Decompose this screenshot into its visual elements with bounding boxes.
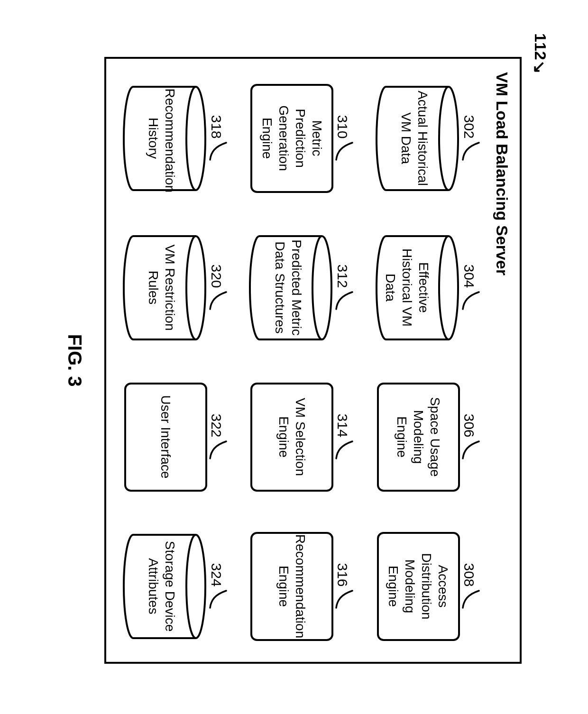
ref-number: 318: [208, 115, 224, 138]
canvas: 112↘ VM Load Balancing Server 302: [0, 0, 588, 714]
engine-shape: Space Usage Modeling Engine: [377, 383, 460, 492]
arrow-icon: ↘: [531, 60, 549, 73]
svg-point-4: [186, 236, 205, 339]
ref-row: 306: [461, 413, 482, 460]
leader-line-icon: [461, 141, 481, 162]
diagram: 112↘ VM Load Balancing Server 302: [43, 33, 545, 687]
ref-number: 306: [461, 413, 477, 437]
svg-point-5: [186, 535, 205, 638]
server-box: VM Load Balancing Server 302: [104, 57, 522, 664]
component-label: User Interface: [157, 395, 174, 479]
component-label: Access Distribution Modeling Engine: [386, 538, 452, 635]
ref-number: 316: [334, 563, 350, 586]
ref-number: 304: [461, 264, 477, 288]
ref-row: 314: [334, 413, 355, 460]
svg-point-2: [312, 236, 331, 339]
component-label: Predicted Metric Data Structures: [272, 233, 305, 342]
component-312: 312 Predicted Metric Data Structures: [243, 227, 356, 348]
ref-number: 312: [334, 264, 350, 288]
component-304: 304 Effective Historical VM Data: [369, 227, 482, 348]
component-label: Space Usage Modeling Engine: [394, 388, 443, 486]
component-306: 306 Space Usage Modeling Engine: [369, 376, 482, 497]
component-322: 322 User Interface: [117, 376, 229, 497]
component-label: Metric Prediction Generation Engine: [259, 90, 325, 187]
component-label: VM Restriction Rules: [145, 233, 178, 342]
datastore-shape: VM Restriction Rules: [122, 233, 207, 342]
leader-line-icon: [208, 290, 228, 311]
leader-line-icon: [334, 141, 354, 162]
component-324: 324 Storage Device Attributes: [117, 526, 229, 647]
engine-shape: VM Selection Engine: [250, 383, 333, 492]
component-310: 310 Metric Prediction Generation Engine: [243, 78, 356, 199]
component-302: 302 Actual Historical VM Data: [369, 78, 482, 199]
outer-reference-label: 112↘: [531, 33, 550, 73]
svg-point-3: [186, 87, 205, 190]
ref-row: 316: [334, 563, 355, 609]
leader-line-icon: [334, 290, 354, 311]
outer-reference-number: 112: [532, 33, 550, 60]
ref-number: 302: [461, 115, 477, 138]
ref-row: 322: [208, 413, 229, 460]
leader-line-icon: [208, 141, 228, 162]
ref-row: 324: [208, 563, 229, 609]
server-title: VM Load Balancing Server: [493, 72, 511, 275]
component-320: 320 VM Restriction Rules: [117, 227, 229, 348]
ref-number: 314: [334, 413, 350, 437]
datastore-shape: Predicted Metric Data Structures: [248, 233, 333, 342]
component-label: VM Selection Engine: [276, 388, 309, 486]
component-314: 314 VM Selection Engine: [243, 376, 356, 497]
leader-line-icon: [334, 589, 354, 610]
engine-shape: Access Distribution Modeling Engine: [377, 532, 460, 641]
leader-line-icon: [208, 589, 228, 610]
svg-point-1: [439, 236, 458, 339]
component-318: 318 Recommendation History: [117, 78, 229, 199]
leader-line-icon: [334, 439, 354, 460]
ref-number: 324: [208, 563, 224, 586]
ref-number: 310: [334, 115, 350, 138]
engine-shape: User Interface: [124, 383, 207, 492]
component-grid: 302 Actual Historical VM Data: [117, 78, 482, 647]
ref-row: 308: [461, 563, 482, 609]
ref-row: 302: [461, 115, 482, 161]
datastore-shape: Recommendation History: [122, 84, 207, 193]
datastore-shape: Effective Historical VM Data: [375, 233, 460, 342]
leader-line-icon: [461, 589, 481, 610]
ref-number: 308: [461, 563, 477, 586]
figure-caption: FIG. 3: [64, 33, 85, 687]
ref-row: 304: [461, 264, 482, 311]
datastore-shape: Actual Historical VM Data: [375, 84, 460, 193]
component-label: Storage Device Attributes: [145, 532, 178, 641]
leader-line-icon: [208, 439, 228, 460]
engine-shape: Recommendation Engine: [250, 532, 333, 641]
component-label: Recommendation Engine: [276, 534, 309, 638]
leader-line-icon: [461, 439, 481, 460]
ref-number: 322: [208, 413, 224, 437]
ref-row: 312: [334, 264, 355, 311]
component-label: Actual Historical VM Data: [398, 84, 431, 193]
ref-number: 320: [208, 264, 224, 288]
leader-line-icon: [461, 290, 481, 311]
component-label: Effective Historical VM Data: [383, 233, 432, 342]
ref-row: 318: [208, 115, 229, 161]
ref-row: 320: [208, 264, 229, 311]
component-308: 308 Access Distribution Modeling Engine: [369, 526, 482, 647]
ref-row: 310: [334, 115, 355, 161]
component-label: Recommendation History: [145, 84, 178, 193]
engine-shape: Metric Prediction Generation Engine: [250, 84, 333, 193]
svg-point-0: [439, 87, 458, 190]
datastore-shape: Storage Device Attributes: [122, 532, 207, 641]
component-316: 316 Recommendation Engine: [243, 526, 356, 647]
